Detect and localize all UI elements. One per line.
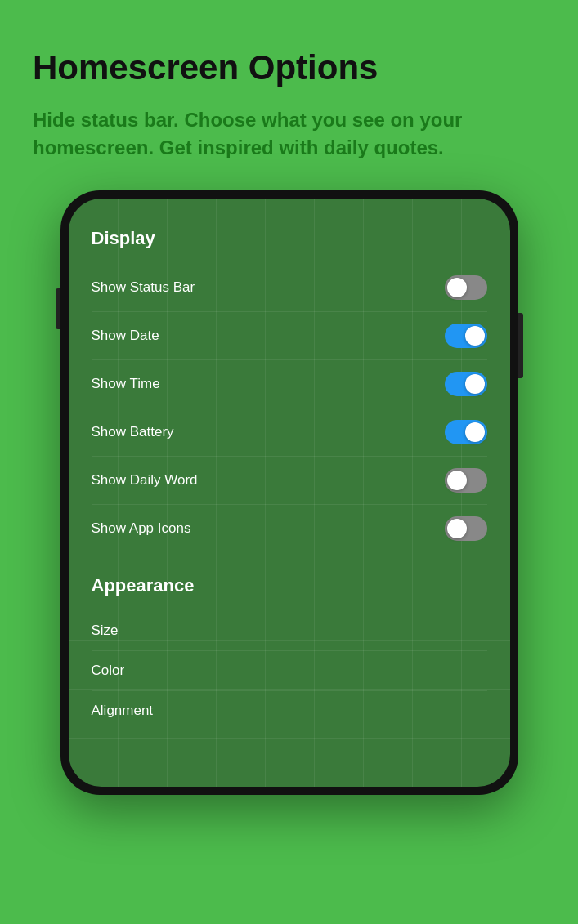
phone-screen: Display Show Status BarShow DateShow Tim…	[69, 199, 510, 787]
page-title: Homescreen Options	[33, 49, 545, 87]
toggle-show-time[interactable]	[445, 372, 487, 396]
settings-row-show-date: Show Date	[92, 312, 487, 360]
toggle-knob-show-date	[465, 326, 485, 346]
label-show-battery: Show Battery	[92, 424, 174, 440]
appearance-item-color[interactable]: Color	[92, 651, 487, 691]
toggle-knob-show-daily-word	[447, 471, 467, 490]
label-show-daily-word: Show Daily Word	[92, 472, 198, 489]
display-rows: Show Status BarShow DateShow TimeShow Ba…	[92, 264, 487, 552]
appearance-section-header: Appearance	[92, 575, 487, 596]
label-show-time: Show Time	[92, 376, 160, 392]
page-wrapper: Homescreen Options Hide status bar. Choo…	[0, 0, 578, 924]
display-section-header: Display	[92, 228, 487, 249]
appearance-item-size[interactable]: Size	[92, 611, 487, 651]
label-show-app-icons: Show App Icons	[92, 520, 191, 537]
settings-row-show-time: Show Time	[92, 360, 487, 408]
toggle-show-battery[interactable]	[445, 420, 487, 444]
label-show-status-bar: Show Status Bar	[92, 279, 195, 296]
toggle-show-date[interactable]	[445, 324, 487, 348]
settings-row-show-daily-word: Show Daily Word	[92, 457, 487, 505]
screen-content: Display Show Status BarShow DateShow Tim…	[69, 199, 510, 787]
toggle-knob-show-app-icons	[447, 519, 467, 538]
phone-frame: Display Show Status BarShow DateShow Tim…	[60, 190, 518, 795]
label-show-date: Show Date	[92, 328, 159, 344]
settings-row-show-status-bar: Show Status Bar	[92, 264, 487, 312]
settings-row-show-battery: Show Battery	[92, 408, 487, 457]
toggle-knob-show-battery	[465, 422, 485, 442]
appearance-section: Appearance SizeColorAlignment	[92, 575, 487, 730]
toggle-show-status-bar[interactable]	[445, 275, 487, 300]
toggle-show-app-icons[interactable]	[445, 516, 487, 541]
appearance-item-alignment[interactable]: Alignment	[92, 691, 487, 730]
appearance-items: SizeColorAlignment	[92, 611, 487, 730]
toggle-show-daily-word[interactable]	[445, 468, 487, 493]
toggle-knob-show-time	[465, 374, 485, 394]
toggle-knob-show-status-bar	[447, 278, 467, 297]
settings-row-show-app-icons: Show App Icons	[92, 505, 487, 552]
page-subtitle: Hide status bar. Choose what you see on …	[33, 106, 545, 161]
